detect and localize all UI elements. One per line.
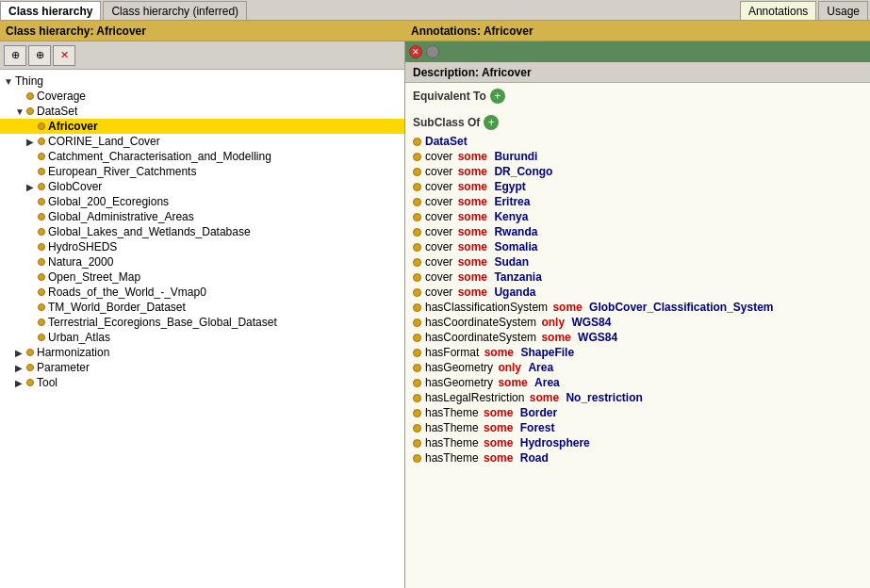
prop-row-geometry-only[interactable]: hasGeometry only Area: [413, 360, 862, 375]
tree-item-harmonization[interactable]: ▶ Harmonization: [0, 345, 404, 360]
subclass-of-label: SubClass Of +: [413, 115, 862, 130]
add-sibling-button[interactable]: ⊕: [28, 45, 51, 66]
dot-hydrosheds: [38, 243, 45, 251]
dot-globcover: [38, 183, 45, 190]
tree-item-european[interactable]: European_River_Catchments: [0, 164, 404, 179]
prop-row-eritrea[interactable]: cover some Eritrea: [413, 194, 862, 209]
prop-row-tanzania[interactable]: cover some Tanzania: [413, 270, 862, 285]
tree-item-coverage[interactable]: Coverage: [0, 89, 404, 104]
prop-row-coord-only[interactable]: hasCoordinateSystem only WGS84: [413, 315, 862, 330]
tree-item-catchment[interactable]: Catchment_Characterisation_and_Modelling: [0, 149, 404, 164]
prop-row-geometry-some[interactable]: hasGeometry some Area: [413, 375, 862, 390]
prop-row-somalia[interactable]: cover some Somalia: [413, 239, 862, 254]
tree-item-globcover[interactable]: ▶ GlobCover: [0, 179, 404, 194]
right-panel: ✕ Description: Africover Equivalent To +…: [405, 41, 870, 588]
prop-row-dataset[interactable]: DataSet: [413, 134, 862, 149]
add-subclass-button[interactable]: ⊕: [4, 45, 26, 66]
tree-item-hydrosheds[interactable]: HydroSHEDS: [0, 239, 404, 254]
prop-row-format[interactable]: hasFormat some ShapeFile: [413, 345, 862, 360]
delete-button[interactable]: ✕: [53, 45, 75, 66]
right-panel-header: Annotations: Africover: [405, 21, 870, 41]
prop-row-theme-border[interactable]: hasTheme some Border: [413, 405, 862, 420]
prop-row-theme-road[interactable]: hasTheme some Road: [413, 450, 862, 466]
dot-parameter: [26, 364, 34, 371]
dot-natura2000: [38, 258, 45, 266]
dot-coverage: [26, 92, 34, 100]
dot-terrestrial: [38, 318, 45, 326]
dot-roads: [38, 288, 45, 296]
left-panel: ⊕ ⊕ ✕ ▼ Thing Coverage ▼: [0, 41, 405, 588]
dot-catchment: [38, 153, 45, 160]
toggle-thing: ▼: [4, 76, 15, 87]
tree-item-parameter[interactable]: ▶ Parameter: [0, 360, 404, 375]
tree-item-africover[interactable]: Africover: [0, 119, 404, 134]
close-button[interactable]: ✕: [409, 45, 422, 58]
tree-item-urbanatlas[interactable]: Urban_Atlas: [0, 330, 404, 345]
toggle-parameter: ▶: [15, 363, 26, 373]
prop-row-drcongo[interactable]: cover some DR_Congo: [413, 164, 862, 179]
dot-globaladmin: [38, 213, 45, 220]
dot-openstreetmap: [38, 273, 45, 281]
prop-row-theme-forest[interactable]: hasTheme some Forest: [413, 420, 862, 435]
dot-globallakes: [38, 228, 45, 236]
right-content[interactable]: Equivalent To + SubClass Of + DataSet co…: [405, 83, 870, 588]
tree-item-terrestrial[interactable]: Terrestrial_Ecoregions_Base_Global_Datas…: [0, 315, 404, 330]
prop-row-egypt[interactable]: cover some Egypt: [413, 179, 862, 194]
tree-item-tool[interactable]: ▶ Tool: [0, 375, 404, 390]
subclass-of-add-button[interactable]: +: [484, 115, 499, 130]
dot-tool: [26, 379, 34, 386]
dot-dataset: [26, 107, 34, 115]
main-layout: ⊕ ⊕ ✕ ▼ Thing Coverage ▼: [0, 41, 870, 588]
prop-row-classification[interactable]: hasClassificationSystem some GlobCover_C…: [413, 300, 862, 315]
tab-class-hierarchy[interactable]: Class hierarchy: [0, 1, 101, 20]
dot-european: [38, 168, 45, 175]
prop-row-rwanda[interactable]: cover some Rwanda: [413, 224, 862, 239]
tab-usage[interactable]: Usage: [818, 1, 868, 20]
dot-urbanatlas: [38, 334, 45, 341]
left-toolbar: ⊕ ⊕ ✕: [0, 41, 404, 70]
dot-harmonization: [26, 349, 34, 356]
tab-class-hierarchy-inferred[interactable]: Class hierarchy (inferred): [103, 1, 247, 20]
prop-row-legal[interactable]: hasLegalRestriction some No_restriction: [413, 390, 862, 405]
prop-row-burundi[interactable]: cover some Burundi: [413, 149, 862, 164]
prop-dot-dataset: [413, 138, 421, 146]
toggle-dataset: ▼: [15, 106, 26, 117]
minimize-button[interactable]: [426, 45, 439, 58]
equivalent-to-add-button[interactable]: +: [490, 89, 505, 104]
tree-item-natura2000[interactable]: Natura_2000: [0, 254, 404, 270]
tab-annotations[interactable]: Annotations: [740, 1, 816, 20]
prop-row-sudan[interactable]: cover some Sudan: [413, 254, 862, 270]
tree-item-dataset[interactable]: ▼ DataSet: [0, 104, 404, 119]
dot-corine: [38, 138, 45, 145]
dot-global200: [38, 198, 45, 205]
tree-item-globaladmin[interactable]: Global_Administrative_Areas: [0, 209, 404, 224]
tree-item-global200[interactable]: Global_200_Ecoregions: [0, 194, 404, 209]
prop-row-theme-hydrosphere[interactable]: hasTheme some Hydrosphere: [413, 435, 862, 450]
toggle-corine: ▶: [26, 137, 38, 147]
equivalent-to-label: Equivalent To +: [413, 89, 862, 104]
dot-africover: [38, 122, 45, 130]
tree-item-roads[interactable]: Roads_of_the_World_-_Vmap0: [0, 285, 404, 300]
dot-tmworld: [38, 303, 45, 311]
prop-row-kenya[interactable]: cover some Kenya: [413, 209, 862, 224]
tree-item-corine[interactable]: ▶ CORINE_Land_Cover: [0, 134, 404, 149]
tree-area[interactable]: ▼ Thing Coverage ▼ DataSet Africover: [0, 70, 404, 588]
tree-item-thing[interactable]: ▼ Thing: [0, 74, 404, 89]
left-panel-header: Class hierarchy: Africover: [0, 21, 405, 41]
prop-row-coord-some[interactable]: hasCoordinateSystem some WGS84: [413, 330, 862, 345]
tree-item-globallakes[interactable]: Global_Lakes_and_Wetlands_Database: [0, 224, 404, 239]
tree-item-openstreetmap[interactable]: Open_Street_Map: [0, 270, 404, 285]
prop-row-uganda[interactable]: cover some Uganda: [413, 285, 862, 300]
description-header: Description: Africover: [405, 62, 870, 83]
left-tab-bar: Class hierarchy Class hierarchy (inferre…: [0, 0, 870, 21]
tree-item-tmworld[interactable]: TM_World_Border_Dataset: [0, 300, 404, 315]
toggle-globcover: ▶: [26, 182, 38, 192]
toggle-tool: ▶: [15, 378, 26, 388]
toggle-harmonization: ▶: [15, 348, 26, 358]
window-control-bar: ✕: [405, 41, 870, 62]
